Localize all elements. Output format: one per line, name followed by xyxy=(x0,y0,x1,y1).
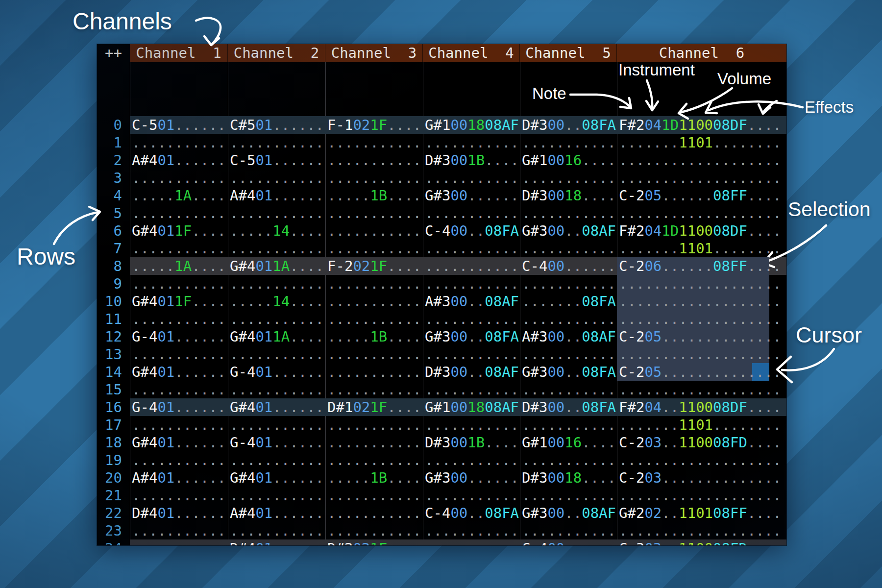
pattern-cell[interactable]: ........... xyxy=(520,522,617,539)
pattern-cell[interactable]: ........... xyxy=(325,134,423,151)
pattern-cell[interactable]: C#501...... xyxy=(228,116,325,134)
pattern-cell[interactable]: G#401...... xyxy=(130,434,228,451)
pattern-cell[interactable]: ........... xyxy=(423,381,520,398)
pattern-cell[interactable]: ........... xyxy=(228,416,325,434)
pattern-cell[interactable]: ........... xyxy=(228,275,325,293)
pattern-cell[interactable]: G#300..08AF xyxy=(520,222,617,240)
pattern-cell[interactable]: ........... xyxy=(130,381,228,398)
pattern-cell[interactable]: G#401...... xyxy=(228,398,325,416)
channel-header-3[interactable]: Channel 3 xyxy=(325,44,423,62)
pattern-cell[interactable]: F#2041D110008DF.... xyxy=(617,116,786,134)
pattern-cell[interactable]: ........... xyxy=(130,275,228,293)
collapse-channels-button[interactable]: ++ xyxy=(97,44,130,62)
pattern-cell[interactable]: ........... xyxy=(325,487,423,504)
pattern-cell[interactable]: ........... xyxy=(325,222,423,240)
pattern-cell[interactable]: ........... xyxy=(520,416,617,434)
pattern-cell[interactable]: .....1B.... xyxy=(325,187,423,204)
pattern-cell[interactable]: C-205.............. xyxy=(617,328,786,345)
pattern-cell[interactable]: G#4011A.... xyxy=(228,257,325,275)
pattern-cell[interactable]: D#2021F.... xyxy=(325,539,423,545)
pattern-cell[interactable]: C-205.............. xyxy=(617,363,786,381)
pattern-cell[interactable]: ........... xyxy=(325,169,423,187)
pattern-cell[interactable]: ........... xyxy=(228,451,325,469)
pattern-cell[interactable]: ........... xyxy=(325,363,423,381)
pattern-cell[interactable]: ........... xyxy=(130,204,228,222)
pattern-cell[interactable]: ........... xyxy=(130,522,228,539)
pattern-cell[interactable]: ................... xyxy=(617,381,786,398)
pattern-cell[interactable]: ........... xyxy=(423,522,520,539)
pattern-cell[interactable]: .....1B.... xyxy=(325,328,423,345)
pattern-cell[interactable]: ................... xyxy=(617,487,786,504)
pattern-cell[interactable]: D#401...... xyxy=(228,539,325,545)
pattern-cell[interactable]: A#401...... xyxy=(228,187,325,204)
pattern-cell[interactable]: .....1B.... xyxy=(325,469,423,487)
pattern-cell[interactable]: A#401...... xyxy=(228,504,325,522)
pattern-cell[interactable]: G-401...... xyxy=(228,434,325,451)
pattern-cell[interactable]: ........... xyxy=(325,451,423,469)
pattern-cell[interactable]: G#202..110108FF.... xyxy=(617,504,786,522)
pattern-cell[interactable]: G-401...... xyxy=(130,328,228,345)
pattern-cell[interactable]: ........... xyxy=(325,293,423,310)
pattern-cell[interactable]: G-401...... xyxy=(228,363,325,381)
pattern-cell[interactable]: ........... xyxy=(325,240,423,257)
pattern-cell[interactable]: ........... xyxy=(130,487,228,504)
pattern-cell[interactable]: D#3001B.... xyxy=(423,434,520,451)
pattern-cell[interactable]: C-205......08FF.... xyxy=(617,187,786,204)
pattern-cell[interactable]: ........... xyxy=(520,204,617,222)
pattern-cell[interactable]: .....14.... xyxy=(228,222,325,240)
pattern-cell[interactable]: ........... xyxy=(423,451,520,469)
pattern-cell[interactable]: G#401...... xyxy=(228,469,325,487)
pattern-cell[interactable]: C-203..110008FD.... xyxy=(617,434,786,451)
pattern-cell[interactable]: ........... xyxy=(325,310,423,328)
pattern-cell[interactable]: D#30018.... xyxy=(520,187,617,204)
pattern-cell[interactable]: G#10016.... xyxy=(520,434,617,451)
pattern-cell[interactable]: ................... xyxy=(617,204,786,222)
pattern-cell[interactable]: ........... xyxy=(325,416,423,434)
pattern-cell[interactable]: ........... xyxy=(423,345,520,363)
pattern-cell[interactable]: ........... xyxy=(520,169,617,187)
channel-header-2[interactable]: Channel 2 xyxy=(228,44,325,62)
pattern-cell[interactable]: C-400...... xyxy=(520,539,617,545)
pattern-cell[interactable]: ................... xyxy=(617,451,786,469)
pattern-cell[interactable]: ........... xyxy=(228,134,325,151)
pattern-cell[interactable]: ........... xyxy=(228,345,325,363)
pattern-cell[interactable]: ........... xyxy=(130,240,228,257)
pattern-cell[interactable]: ................... xyxy=(617,345,786,363)
pattern-cell[interactable]: ................... xyxy=(617,293,786,310)
pattern-cell[interactable]: ........... xyxy=(423,310,520,328)
pattern-cell[interactable]: ........... xyxy=(423,275,520,293)
pattern-cell[interactable]: C-400...... xyxy=(520,257,617,275)
pattern-cell[interactable]: ........... xyxy=(520,275,617,293)
pattern-cell[interactable]: ........... xyxy=(423,240,520,257)
pattern-cell[interactable]: ........... xyxy=(423,539,520,545)
pattern-cell[interactable]: D#401...... xyxy=(130,504,228,522)
pattern-cell[interactable]: G#300..08AF xyxy=(520,504,617,522)
pattern-cell[interactable]: ........... xyxy=(520,381,617,398)
pattern-cell[interactable]: ................... xyxy=(617,169,786,187)
pattern-cell[interactable]: ........... xyxy=(520,487,617,504)
pattern-cell[interactable]: F-1021F.... xyxy=(325,116,423,134)
pattern-cell[interactable]: G#4011F.... xyxy=(130,293,228,310)
pattern-cell[interactable]: A#401...... xyxy=(130,151,228,169)
pattern-cell[interactable]: G#300...... xyxy=(423,187,520,204)
pattern-cell[interactable]: ........... xyxy=(228,522,325,539)
pattern-cell[interactable]: C-501...... xyxy=(228,151,325,169)
pattern-cell[interactable]: F#204..110008DF.... xyxy=(617,398,786,416)
pattern-cell[interactable]: ........... xyxy=(325,204,423,222)
pattern-cell[interactable]: D#300..08AF xyxy=(423,363,520,381)
pattern-cell[interactable]: A#300..08AF xyxy=(520,328,617,345)
pattern-cell[interactable]: G#10016.... xyxy=(520,151,617,169)
pattern-cell[interactable]: ........... xyxy=(520,310,617,328)
pattern-cell[interactable]: ................... xyxy=(617,522,786,539)
pattern-cell[interactable]: A#300..08AF xyxy=(423,293,520,310)
pattern-cell[interactable]: ................... xyxy=(617,151,786,169)
pattern-cell[interactable]: .......08FA xyxy=(520,293,617,310)
pattern-cell[interactable]: ........... xyxy=(228,240,325,257)
pattern-cell[interactable]: A#401...... xyxy=(130,469,228,487)
pattern-cell[interactable]: ................... xyxy=(617,275,786,293)
pattern-cell[interactable]: ........... xyxy=(520,451,617,469)
pattern-cell[interactable]: ........... xyxy=(325,381,423,398)
pattern-cell[interactable]: C-400..08FA xyxy=(423,504,520,522)
pattern-cell[interactable]: ........... xyxy=(130,134,228,151)
channel-header-4[interactable]: Channel 4 xyxy=(423,44,520,62)
